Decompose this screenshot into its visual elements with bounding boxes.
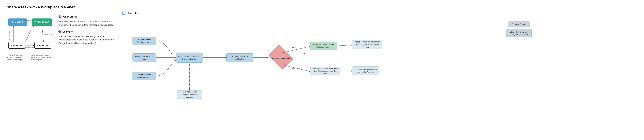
assignee-node: ASSIGNEE <box>34 42 51 49</box>
flow-canvas: Personal Planner Other Planners where As… <box>122 20 636 137</box>
page-container: Share a task with a Workplace Member PLA… <box>0 0 644 140</box>
svg-text:is a member of: is a member of <box>42 33 52 36</box>
svg-text:is not a member of: is not a member of <box>24 29 31 40</box>
flow-arrows: YES NO <box>122 20 636 137</box>
svg-point-20 <box>189 88 190 90</box>
flow-icon <box>122 12 126 15</box>
planner-node: PLANNER <box>8 19 27 26</box>
note-left-arrow: ↑ <box>7 54 8 56</box>
receives-notification-box: Assignee receives notification <box>226 53 253 62</box>
user-story-title: 💬 User Story: <box>59 15 116 18</box>
note-right-arrow: ↑ <box>31 54 32 56</box>
flow-title: User Flow <box>122 12 636 15</box>
example-text: The member of the Product Planner (Timeb… <box>59 35 116 45</box>
svg-text:assigns task to: assigns task to <box>25 47 34 48</box>
task-changed-back-box: Task Assignee is changed back to the Ass… <box>352 66 379 75</box>
workplace-node: WORKPLACE <box>32 19 52 26</box>
other-planners-box: Other Planners where Assignee belongs to <box>506 29 532 37</box>
story-section: 💬 User Story: As a user, I want to share… <box>59 15 116 45</box>
stores-task-box: Assignee stores the task in his/her Plan… <box>310 42 337 50</box>
user-story-label: User Story: <box>63 15 77 18</box>
page-title: Share a task with a Workplace Member <box>7 5 637 10</box>
yes-label: YES <box>302 53 305 55</box>
note-left-text: After assignment task remains in the sam… <box>7 54 23 61</box>
enters-name-box: Assigner enters Assignee's name <box>132 37 156 45</box>
svg-line-16 <box>337 45 352 46</box>
example-title: Example: <box>59 30 116 33</box>
left-diagram-section: PLANNER WORKPLACE ASSIGNER ASSIGNEE belo… <box>7 15 54 72</box>
notif-accepted-box: Assignee receives notification that Assi… <box>352 40 382 49</box>
user-story-text: As a user, I want to share a task to a p… <box>59 20 116 27</box>
note-right: ↑ After assignment task is stored in any… <box>31 54 53 61</box>
diamond-icon <box>58 30 62 33</box>
no-label: NO <box>298 68 301 70</box>
note-left: ↑ After assignment task remains in the s… <box>7 54 27 61</box>
assigner-node: ASSIGNER <box>8 42 25 49</box>
diagram-area: PLANNER WORKPLACE ASSIGNER ASSIGNEE belo… <box>7 15 54 72</box>
flow-title-text: User Flow <box>127 12 140 15</box>
personal-planner-box: Personal Planner <box>508 22 530 27</box>
accepts-task-text: Assignee accepts task <box>268 48 295 68</box>
enters-email-box: Assigner enters Assignee's email <box>132 72 156 80</box>
task-changed-new-box: Task Assignee is changed to the new Assi… <box>177 90 202 99</box>
accepts-task-diamond: Assignee accepts task <box>268 48 295 68</box>
uses-share-box: Assigner uses a share option <box>132 53 156 62</box>
notif-rejected-box: Assigner receives notification that Assi… <box>310 67 340 75</box>
svg-line-6 <box>42 26 44 42</box>
svg-line-4 <box>25 26 34 42</box>
note-right-text: After assignment task is stored in any P… <box>31 54 52 61</box>
user-story-icon: 💬 <box>59 15 62 18</box>
selects-assignee-box: Assigner selects Assignee & shares the t… <box>176 53 203 63</box>
example-label: Example: <box>62 30 74 33</box>
flow-section: User Flow Personal Planner Other Planner… <box>122 12 636 137</box>
svg-text:is a member of: is a member of <box>9 30 10 40</box>
